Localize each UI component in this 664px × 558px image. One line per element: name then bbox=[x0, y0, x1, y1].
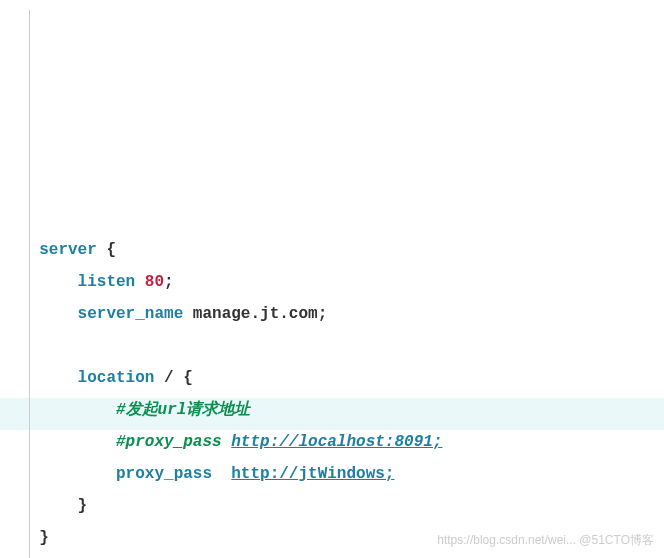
watermark-text: https://blog.csdn.net/wei... @51CTO博客 bbox=[437, 528, 654, 552]
keyword-server-name: server_name bbox=[78, 305, 184, 323]
keyword-proxypass: proxy_pass bbox=[116, 465, 212, 483]
keyword-listen: listen bbox=[78, 273, 136, 291]
semicolon: ; bbox=[164, 273, 174, 291]
port-80: 80 bbox=[145, 273, 164, 291]
comment-url: #发起url请求地址 bbox=[116, 401, 250, 419]
comment-proxypass-link: http://localhost:8091; bbox=[231, 433, 442, 451]
brace-open: { bbox=[106, 241, 116, 259]
comment-proxypass-prefix: #proxy_pass bbox=[116, 433, 231, 451]
servername-value: manage.jt.com bbox=[193, 305, 318, 323]
keyword-server: server bbox=[39, 241, 97, 259]
brace-close: } bbox=[39, 529, 49, 547]
keyword-location: location bbox=[78, 369, 155, 387]
proxypass-link: http://jtWindows; bbox=[231, 465, 394, 483]
semicolon: ; bbox=[318, 305, 328, 323]
brace-close: } bbox=[78, 497, 88, 515]
location-path: / bbox=[164, 369, 174, 387]
code-block: server { listen 80; server_name manage.j… bbox=[20, 234, 664, 558]
brace-open: { bbox=[183, 369, 193, 387]
